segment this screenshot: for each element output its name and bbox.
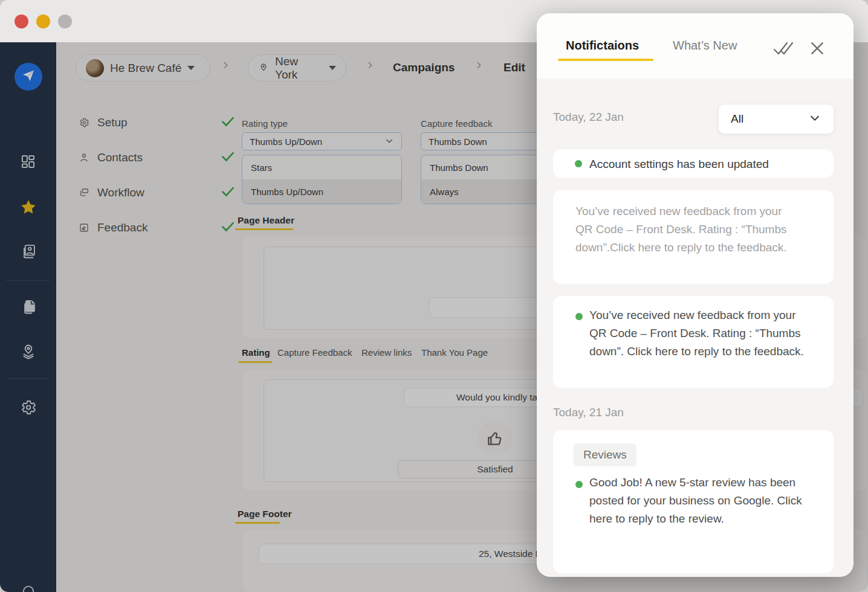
notification-item[interactable]: You’ve received new feedback from your Q… [553,190,834,284]
group-date: Today, 21 Jan [553,406,624,419]
notifications-panel: Notifictaions What’s New Today, 22 Jan A… [537,13,853,577]
mark-all-read-button[interactable] [772,40,795,60]
unread-dot [575,481,583,488]
tab-whats-new[interactable]: What’s New [673,39,737,53]
notification-text: Account settings has been updated [589,155,807,173]
unread-dot [575,160,582,167]
app-window: He Brew Café New York Campaigns Edit Set… [0,0,868,592]
notification-item[interactable]: Reviews Good Job! A new 5-star review ha… [553,430,834,573]
close-window-button[interactable] [15,14,28,28]
notification-text: You’ve received new feedback from your Q… [589,306,807,361]
chevron-down-icon [808,111,821,127]
minimize-window-button[interactable] [36,14,50,28]
close-icon[interactable] [809,40,826,59]
unread-dot [575,313,583,320]
notifications-filter-select[interactable]: All [718,104,834,134]
notifications-header: Notifictaions What’s New [537,13,853,79]
notifications-tab-underline [558,59,653,61]
tab-notifications[interactable]: Notifictaions [566,39,639,53]
filter-value: All [731,112,743,126]
notification-tag: Reviews [574,443,636,466]
zoom-window-button[interactable] [58,14,72,28]
notification-item[interactable]: You’ve received new feedback from your Q… [553,296,834,388]
notification-item[interactable]: Account settings has been updated [553,149,834,178]
notification-text: You’ve received new feedback from your Q… [575,202,798,257]
group-date: Today, 22 Jan [553,111,624,124]
notification-text: Good Job! A new 5-star review has been p… [589,474,807,528]
